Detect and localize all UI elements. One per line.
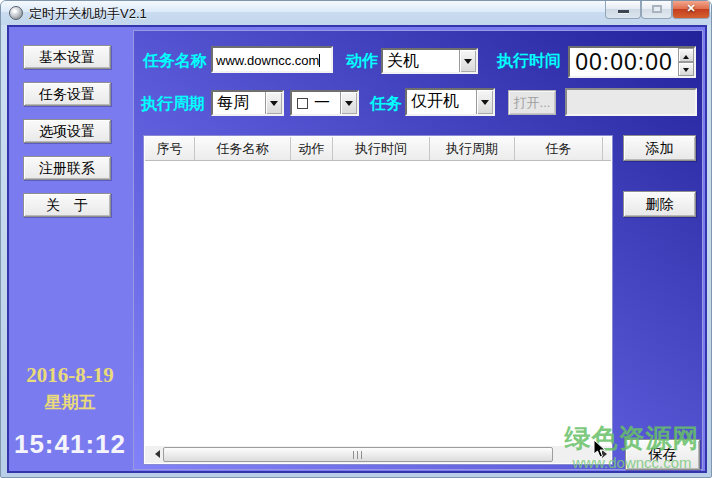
table-header: 序号 任务名称 动作 执行时间 执行周期 任务 xyxy=(145,137,611,161)
spin-up-button[interactable] xyxy=(678,48,694,62)
triangle-right-icon xyxy=(602,450,611,458)
table-body[interactable] xyxy=(145,161,611,446)
triangle-up-icon xyxy=(683,52,689,59)
task-name-value: www.downcc.com xyxy=(216,53,319,68)
weekday-checkbox-icon[interactable] xyxy=(297,98,308,109)
minimize-icon xyxy=(618,10,629,13)
sidebar-item-register-contact[interactable]: 注册联系 xyxy=(23,156,111,180)
close-icon: ✕ xyxy=(673,2,709,15)
main-panel: 任务名称 www.downcc.com 动作 关机 执行时间 00:00:00 … xyxy=(133,30,703,470)
weekday-select[interactable]: 一 xyxy=(290,90,359,116)
action-select[interactable]: 关机 xyxy=(381,48,478,74)
column-header-cycle[interactable]: 执行周期 xyxy=(430,137,515,160)
spin-down-button[interactable] xyxy=(678,62,694,76)
task-value: 仅开机 xyxy=(411,91,459,112)
exec-time-value: 00:00:00 xyxy=(570,49,678,76)
add-button[interactable]: 添加 xyxy=(623,135,696,161)
scroll-right-button[interactable] xyxy=(594,446,611,463)
cycle-select[interactable]: 每周 xyxy=(211,90,284,116)
sidebar-item-option-settings[interactable]: 选项设置 xyxy=(23,119,111,143)
sidebar-item-basic-settings[interactable]: 基本设置 xyxy=(23,45,111,69)
maximize-icon xyxy=(652,5,662,13)
task-table: 序号 任务名称 动作 执行时间 执行周期 任务 xyxy=(143,135,613,465)
task-label: 任务 xyxy=(370,94,402,115)
current-time: 15:41:12 xyxy=(9,429,131,460)
column-header-filler xyxy=(603,137,611,160)
close-button[interactable]: ✕ xyxy=(672,1,710,19)
exec-time-label: 执行时间 xyxy=(497,51,561,72)
chevron-down-icon[interactable] xyxy=(459,50,476,72)
task-name-label: 任务名称 xyxy=(143,51,207,72)
chevron-down-icon[interactable] xyxy=(340,92,357,114)
maximize-button[interactable] xyxy=(641,1,672,19)
scroll-left-button[interactable] xyxy=(145,446,162,463)
task-select[interactable]: 仅开机 xyxy=(405,88,495,116)
open-file-button[interactable]: 打开... xyxy=(508,90,556,115)
minimize-button[interactable] xyxy=(605,1,641,19)
task-name-input[interactable]: www.downcc.com xyxy=(211,46,333,73)
scrollbar-grip xyxy=(353,451,363,459)
titlebar: 定时开关机助手V2.1 ✕ xyxy=(1,1,711,25)
app-window: 定时开关机助手V2.1 ✕ 基本设置 任务设置 选项设置 注册联系 关 于 20… xyxy=(0,0,712,478)
column-header-exec-time[interactable]: 执行时间 xyxy=(333,137,430,160)
column-header-action[interactable]: 动作 xyxy=(291,137,333,160)
app-icon xyxy=(9,6,23,20)
action-label: 动作 xyxy=(346,51,378,72)
chevron-down-icon[interactable] xyxy=(265,92,282,114)
sidebar-item-task-settings[interactable]: 任务设置 xyxy=(23,82,111,106)
exec-time-spinner[interactable]: 00:00:00 xyxy=(568,46,696,78)
cycle-value: 每周 xyxy=(217,93,249,114)
weekday-option-value: 一 xyxy=(314,93,330,114)
column-header-task[interactable]: 任务 xyxy=(515,137,603,160)
current-weekday: 星期五 xyxy=(9,391,131,414)
scrollbar-thumb[interactable] xyxy=(163,447,553,462)
window-title: 定时开关机助手V2.1 xyxy=(29,5,147,23)
client-area: 基本设置 任务设置 选项设置 注册联系 关 于 2016-8-19 星期五 15… xyxy=(7,25,707,473)
cycle-label: 执行周期 xyxy=(141,94,205,115)
sidebar-item-about[interactable]: 关 于 xyxy=(23,193,111,217)
action-value: 关机 xyxy=(387,51,419,72)
current-date: 2016-8-19 xyxy=(9,363,131,388)
delete-button[interactable]: 删除 xyxy=(623,191,696,217)
file-path-field[interactable] xyxy=(565,88,697,116)
chevron-down-icon[interactable] xyxy=(476,90,493,114)
triangle-down-icon xyxy=(683,68,689,75)
column-header-task-name[interactable]: 任务名称 xyxy=(195,137,291,160)
horizontal-scrollbar[interactable] xyxy=(145,446,611,463)
text-caret xyxy=(319,54,320,67)
save-button[interactable]: 保存 xyxy=(625,439,700,470)
column-header-index[interactable]: 序号 xyxy=(145,137,195,160)
triangle-left-icon xyxy=(151,450,160,458)
